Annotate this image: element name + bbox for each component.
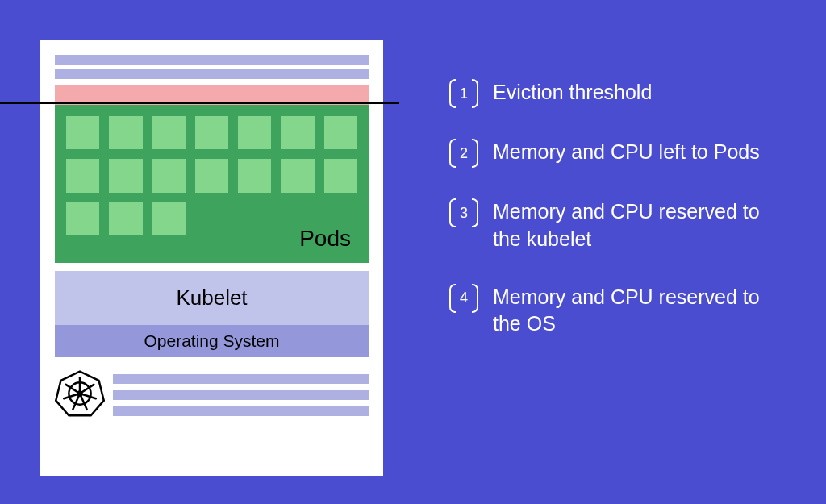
pod [109,116,142,149]
legend-number: 2 [449,139,478,168]
pod [152,116,186,149]
legend-text: Memory and CPU reserved to the OS [493,284,788,339]
top-decorative-bars [55,55,369,79]
pod [324,116,357,149]
eviction-threshold-line [0,102,399,104]
pod [152,159,186,192]
pod [195,116,228,149]
legend-number: 4 [449,284,478,313]
legend-text: Memory and CPU left to Pods [493,139,760,166]
pod [324,159,357,192]
pod [66,116,99,149]
legend-item-2: 2 Memory and CPU left to Pods [449,139,788,168]
legend-item-3: 3 Memory and CPU reserved to the kubelet [449,198,788,253]
legend-number: 3 [449,198,478,227]
bottom-bar [113,406,369,416]
legend: 1 Eviction threshold 2 Memory and CPU le… [449,79,788,338]
pod [238,116,271,149]
top-bar [55,69,369,79]
legend-text: Memory and CPU reserved to the kubelet [493,198,788,253]
legend-number: 1 [449,79,478,108]
legend-text: Eviction threshold [493,79,652,106]
pods-label: Pods [299,226,351,252]
bottom-bar [113,374,369,384]
bottom-decorative-bars [113,371,369,416]
legend-item-4: 4 Memory and CPU reserved to the OS [449,284,788,339]
bottom-bar [113,390,369,400]
pod [66,202,99,235]
pod [281,159,314,192]
pod [281,116,314,149]
kubernetes-icon [55,369,105,419]
os-region: Operating System [55,325,369,357]
kubelet-region: Kubelet [55,271,369,325]
card-footer [55,369,369,419]
pods-region: Pods [55,105,369,263]
top-bar [55,55,369,65]
pod [152,202,186,235]
legend-item-1: 1 Eviction threshold [449,79,788,108]
pod [109,159,142,192]
pod [66,159,99,192]
pod [109,202,142,235]
pod [195,159,228,192]
node-card: Pods Kubelet Operating System [40,40,383,476]
pod-grid [66,116,357,235]
pod [238,159,271,192]
